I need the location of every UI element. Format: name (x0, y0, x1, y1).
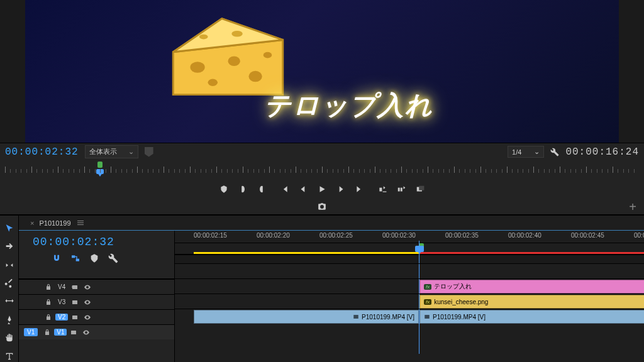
marker-indicator[interactable] (97, 162, 103, 168)
marker-icon[interactable] (145, 147, 153, 157)
resolution-dropdown[interactable]: 1/4 ⌄ (508, 146, 544, 158)
timeline-ruler[interactable]: 00:00:02:15 00:00:02:20 00:00:02:25 00:0… (175, 231, 644, 243)
timeline-settings-icon[interactable] (108, 253, 118, 265)
lock-icon[interactable] (43, 297, 54, 308)
svg-point-1 (228, 57, 240, 67)
timeline-playhead-timecode[interactable]: 00:00:02:32 (19, 231, 174, 252)
mark-out-button[interactable] (257, 184, 267, 194)
track-header-v2[interactable]: V2 (19, 309, 174, 324)
track-v1-label[interactable]: V1 (54, 329, 67, 336)
go-to-in-button[interactable] (279, 184, 289, 194)
clip-caption[interactable]: fx テロップ入れ (419, 280, 644, 293)
type-tool[interactable] (3, 350, 16, 362)
toggle-output-icon[interactable] (68, 327, 79, 338)
close-tab-button[interactable]: × (30, 219, 34, 227)
eye-icon[interactable] (82, 282, 93, 293)
eye-icon[interactable] (82, 312, 93, 323)
source-patch-v1[interactable]: V1 (24, 328, 38, 336)
step-back-button[interactable] (298, 184, 308, 194)
track-content-area[interactable]: 00:00:02:15 00:00:02:20 00:00:02:25 00:0… (175, 231, 644, 362)
clips-area: fx テロップ入れ fx kunsei_cheese.png P1 (175, 255, 644, 324)
clip-label: テロップ入れ (434, 282, 472, 291)
filmstrip-icon (353, 314, 359, 320)
settings-icon[interactable] (550, 148, 559, 156)
track-lane-v4[interactable] (175, 263, 644, 278)
sequence-tab-row: × P1010199 (19, 216, 644, 231)
track-headers: V4 V3 V2 (19, 278, 174, 339)
timeline-panel: × P1010199 00:00:02:32 V4 (0, 214, 644, 362)
razor-tool[interactable] (3, 278, 16, 290)
play-button[interactable] (317, 184, 327, 194)
track-v4-label[interactable]: V4 (55, 283, 68, 290)
filmstrip-icon (424, 314, 430, 320)
insert-mode-icon[interactable] (33, 253, 43, 265)
clip-video-1[interactable]: P1010199.MP4 [V] (194, 310, 419, 324)
svg-point-3 (208, 79, 218, 86)
toggle-output-icon[interactable] (69, 312, 80, 323)
snap-icon[interactable] (52, 253, 62, 265)
slip-tool[interactable] (3, 296, 16, 308)
lock-icon[interactable] (43, 282, 54, 293)
ruler-tick: 00:00:02:15 (194, 232, 227, 239)
svg-rect-8 (398, 188, 400, 192)
eye-icon[interactable] (82, 297, 93, 308)
svg-point-0 (190, 62, 204, 72)
clip-label: P1010199.MP4 [V] (433, 314, 486, 321)
ruler-tick: 00:00:02:20 (257, 232, 290, 239)
transport-controls (0, 179, 644, 199)
ruler-tick: 00:00:02:40 (508, 232, 541, 239)
add-marker-button[interactable] (219, 184, 229, 194)
svg-point-5 (231, 31, 242, 37)
svg-rect-12 (72, 255, 75, 258)
pen-tool[interactable] (3, 314, 16, 326)
step-forward-button[interactable] (336, 184, 346, 194)
render-bar-red (419, 252, 644, 254)
track-header-v3[interactable]: V3 (19, 294, 174, 309)
track-lane-v3[interactable]: fx テロップ入れ (175, 278, 644, 293)
toggle-output-icon[interactable] (69, 282, 80, 293)
preview-video-frame: テロップ入れ (25, 0, 619, 143)
playhead-handle[interactable] (415, 246, 424, 252)
clip-video-2[interactable]: P1010199.MP4 [V] (419, 310, 644, 324)
hand-tool[interactable] (3, 332, 16, 344)
extract-button[interactable] (396, 184, 406, 194)
chevron-down-icon: ⌄ (128, 148, 134, 156)
current-timecode[interactable]: 00:00:02:32 (5, 146, 79, 158)
ruler-tick: 00:00:02:50 (634, 232, 644, 239)
lock-icon[interactable] (43, 312, 54, 323)
track-select-tool[interactable] (3, 241, 16, 253)
chevron-down-icon: ⌄ (534, 148, 540, 156)
track-header-v1[interactable]: V1 V1 (19, 324, 174, 339)
lock-icon[interactable] (42, 327, 53, 338)
mark-in-button[interactable] (238, 184, 248, 194)
lift-button[interactable] (377, 184, 387, 194)
camera-icon[interactable] (317, 202, 327, 211)
toggle-output-icon[interactable] (69, 297, 80, 308)
resolution-label: 1/4 (512, 148, 521, 156)
track-v3-label[interactable]: V3 (55, 299, 68, 305)
zoom-dropdown[interactable]: 全体表示 ⌄ (85, 145, 138, 158)
svg-rect-16 (72, 287, 72, 288)
svg-point-6 (199, 35, 208, 40)
export-frame-button[interactable] (415, 184, 425, 194)
zoom-label: 全体表示 (89, 147, 117, 156)
program-monitor-ruler[interactable] (0, 160, 644, 179)
go-to-out-button[interactable] (355, 184, 365, 194)
marker-tool-icon[interactable] (89, 253, 99, 265)
eye-icon[interactable] (80, 327, 92, 338)
sequence-tab-name[interactable]: P1010199 (39, 219, 70, 227)
add-button[interactable]: + (629, 200, 636, 214)
selection-tool[interactable] (3, 223, 16, 235)
track-lane-v2[interactable]: fx kunsei_cheese.png (175, 293, 644, 309)
clip-cheese-image[interactable]: fx kunsei_cheese.png (419, 295, 644, 309)
track-v2-label[interactable]: V2 (55, 314, 68, 321)
program-monitor-preview[interactable]: テロップ入れ (25, 0, 619, 143)
render-bar-row (175, 243, 644, 255)
track-lane-v1[interactable]: P1010199.MP4 [V] P1010199.MP4 [V] (175, 309, 644, 324)
ruler-tick: 00:00:02:35 (445, 232, 479, 239)
track-header-v4[interactable]: V4 (19, 279, 174, 294)
ripple-edit-tool[interactable] (3, 260, 16, 272)
panel-menu-icon[interactable] (77, 221, 84, 225)
linked-selection-icon[interactable] (70, 253, 80, 265)
timeline-body: × P1010199 00:00:02:32 V4 (19, 216, 644, 362)
